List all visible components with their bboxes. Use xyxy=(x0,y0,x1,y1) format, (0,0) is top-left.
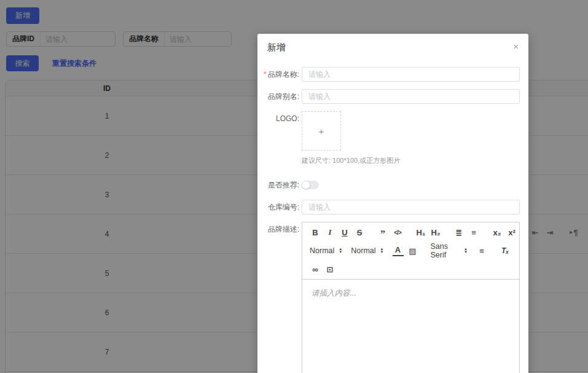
code-block-icon[interactable]: </> xyxy=(392,227,403,238)
underline-icon[interactable]: U xyxy=(339,227,350,238)
warehouse-row: 仓库编号: xyxy=(257,200,520,214)
header-picker[interactable]: Normal ▲ ▼ xyxy=(351,246,383,255)
recommend-row: 是否推荐: xyxy=(257,178,520,192)
description-row: 品牌描述: B I U S ” </> xyxy=(257,222,520,373)
image-icon[interactable]: ⊡ xyxy=(324,264,335,275)
background-color-icon[interactable]: ▨ xyxy=(407,245,418,256)
brand-alias-field[interactable] xyxy=(302,89,520,104)
close-icon[interactable]: × xyxy=(513,42,519,51)
brand-management-page: 新增 品牌ID 品牌名称 搜索 重置搜索条件 ID 1 2 3 4 5 6 7 xyxy=(0,0,588,373)
add-brand-modal: 新增 × *品牌名称: 品牌别名: LOGO: + xyxy=(257,34,528,373)
font-picker[interactable]: Sans Serif ▲ ▼ xyxy=(431,242,468,259)
size-picker[interactable]: Normal ▲ ▼ xyxy=(310,246,342,255)
bold-icon[interactable]: B xyxy=(310,227,321,238)
warehouse-label: 仓库编号: xyxy=(257,200,299,214)
modal-body: *品牌名称: 品牌别名: LOGO: + 建议尺寸: 100*100,或正方形图… xyxy=(257,53,528,373)
recommend-label: 是否推荐: xyxy=(257,178,299,192)
plus-icon: + xyxy=(319,126,324,136)
brand-name-label: *品牌名称: xyxy=(257,67,299,82)
picker-arrows-icon: ▲ ▼ xyxy=(380,248,384,254)
recommend-toggle[interactable] xyxy=(302,181,319,189)
logo-row: LOGO: + 建议尺寸: 100*100,或正方形图片 xyxy=(257,111,520,165)
brand-alias-row: 品牌别名: xyxy=(257,89,520,104)
italic-icon[interactable]: I xyxy=(324,227,335,238)
warehouse-field[interactable] xyxy=(302,200,520,214)
picker-arrows-icon: ▲ ▼ xyxy=(464,248,468,254)
modal-title: 新增 xyxy=(267,42,286,52)
logo-size-hint: 建议尺寸: 100*100,或正方形图片 xyxy=(302,156,520,165)
editor-content-area[interactable]: 请插入内容... xyxy=(302,280,519,373)
toggle-knob-icon xyxy=(302,181,310,189)
header-2-icon[interactable]: H₂ xyxy=(430,227,441,238)
outdent-icon[interactable]: ⇤ xyxy=(530,227,541,238)
picker-arrows-icon: ▲ ▼ xyxy=(339,248,342,254)
ordered-list-icon[interactable]: ≣ xyxy=(453,227,465,238)
strikethrough-icon[interactable]: S xyxy=(354,227,365,238)
description-label: 品牌描述: xyxy=(257,222,299,237)
brand-name-row: *品牌名称: xyxy=(257,67,520,82)
brand-name-field[interactable] xyxy=(302,67,520,82)
blockquote-icon[interactable]: ” xyxy=(377,227,388,238)
logo-upload-box[interactable]: + xyxy=(302,111,341,151)
header-1-icon[interactable]: H₁ xyxy=(415,227,426,238)
editor-placeholder: 请插入内容... xyxy=(312,289,356,297)
bullet-list-icon[interactable]: ≡ xyxy=(468,227,479,238)
rich-text-editor: B I U S ” </> H₁ H₂ ≣ xyxy=(302,222,520,373)
rtl-direction-icon[interactable]: ‣¶ xyxy=(568,227,579,238)
align-icon[interactable]: ≡ xyxy=(476,245,487,256)
clean-format-icon[interactable]: Tₓ xyxy=(500,245,511,256)
required-asterisk: * xyxy=(264,70,267,79)
editor-toolbar: B I U S ” </> H₁ H₂ ≣ xyxy=(302,222,519,280)
superscript-icon[interactable]: x² xyxy=(506,227,517,238)
link-icon[interactable]: ∞ xyxy=(310,264,321,275)
brand-alias-label: 品牌别名: xyxy=(257,89,299,104)
logo-label: LOGO: xyxy=(257,111,299,126)
indent-icon[interactable]: ⇥ xyxy=(544,227,555,238)
modal-header: 新增 × xyxy=(257,34,528,53)
text-color-icon[interactable]: A xyxy=(393,245,404,256)
subscript-icon[interactable]: x₂ xyxy=(492,227,503,238)
